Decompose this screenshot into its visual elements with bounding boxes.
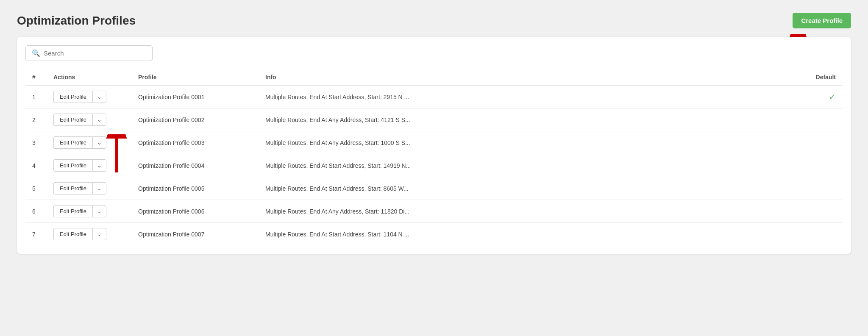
row-num: 5 xyxy=(25,177,47,200)
row-default: ✓ xyxy=(800,85,843,108)
table-row: 6 Edit Profile ⌄ Optimization Profile 00… xyxy=(25,200,843,223)
row-info: Multiple Routes, End At Start Address, S… xyxy=(259,85,800,108)
col-header-profile: Profile xyxy=(131,69,259,85)
profiles-table: # Actions Profile Info Default 1 Edit Pr… xyxy=(25,69,843,245)
row-profile: Optimization Profile 0002 xyxy=(131,108,259,131)
action-btn-group: Edit Profile ⌄ xyxy=(53,205,125,217)
edit-profile-button[interactable]: Edit Profile xyxy=(53,91,92,103)
row-default xyxy=(800,200,843,223)
dropdown-button[interactable]: ⌄ xyxy=(92,228,106,240)
row-actions: Edit Profile ⌄ xyxy=(47,108,131,131)
row-info: Multiple Routes, End At Any Address, Sta… xyxy=(259,131,800,154)
search-icon: 🔍 xyxy=(32,49,40,57)
table-row: 3 Edit Profile ⌄ Optimization Profile 00… xyxy=(25,131,843,154)
table-row: 2 Edit Profile ⌄ Optimization Profile 00… xyxy=(25,108,843,131)
table-row: 5 Edit Profile ⌄ Optimization Profile 00… xyxy=(25,177,843,200)
table-header-row: # Actions Profile Info Default xyxy=(25,69,843,85)
row-info: Multiple Routes, End At Any Address, Sta… xyxy=(259,200,800,223)
row-default xyxy=(800,131,843,154)
edit-profile-button[interactable]: Edit Profile xyxy=(53,228,92,240)
page-title: Optimization Profiles xyxy=(17,14,136,28)
col-header-info: Info xyxy=(259,69,800,85)
row-actions: Edit Profile ⌄ xyxy=(47,200,131,223)
edit-profile-button[interactable]: Edit Profile xyxy=(53,159,92,172)
dropdown-button[interactable]: ⌄ xyxy=(92,205,106,217)
create-profile-button[interactable]: Create Profile xyxy=(793,13,851,28)
edit-profile-button[interactable]: Edit Profile xyxy=(53,205,92,217)
row-default xyxy=(800,154,843,177)
row-profile: Optimization Profile 0004 xyxy=(131,154,259,177)
row-profile: Optimization Profile 0006 xyxy=(131,200,259,223)
table-row: 1 Edit Profile ⌄ Optimization Profile 00… xyxy=(25,85,843,108)
action-btn-group: Edit Profile ⌄ xyxy=(53,228,125,240)
content-card: 🔍 # Actions Profile Info Default 1 xyxy=(17,37,851,254)
row-info: Multiple Routes, End At Start Address, S… xyxy=(259,177,800,200)
row-actions: Edit Profile ⌄ xyxy=(47,131,131,154)
row-actions: Edit Profile ⌄ xyxy=(47,177,131,200)
col-header-default: Default xyxy=(800,69,843,85)
row-default xyxy=(800,223,843,246)
row-num: 2 xyxy=(25,108,47,131)
dropdown-button[interactable]: ⌄ xyxy=(92,136,106,149)
edit-profile-button[interactable]: Edit Profile xyxy=(53,182,92,194)
action-btn-group: Edit Profile ⌄ xyxy=(53,159,125,172)
row-num: 6 xyxy=(25,200,47,223)
row-default xyxy=(800,108,843,131)
col-header-actions: Actions xyxy=(47,69,131,85)
dropdown-button[interactable]: ⌄ xyxy=(92,159,106,172)
page-header: Optimization Profiles Create Profile xyxy=(17,13,851,28)
dropdown-button[interactable]: ⌄ xyxy=(92,182,106,194)
dropdown-button[interactable]: ⌄ xyxy=(92,114,106,126)
row-actions: Edit Profile ⌄ xyxy=(47,85,131,108)
row-profile: Optimization Profile 0003 xyxy=(131,131,259,154)
row-info: Multiple Routes, End At Any Address, Sta… xyxy=(259,108,800,131)
col-header-hash: # xyxy=(25,69,47,85)
edit-profile-button[interactable]: Edit Profile xyxy=(53,136,92,149)
row-info: Multiple Routes, End At Start Address, S… xyxy=(259,154,800,177)
row-num: 4 xyxy=(25,154,47,177)
default-check-icon: ✓ xyxy=(829,92,836,102)
row-profile: Optimization Profile 0007 xyxy=(131,223,259,246)
row-profile: Optimization Profile 0005 xyxy=(131,177,259,200)
table-row: 7 Edit Profile ⌄ Optimization Profile 00… xyxy=(25,223,843,246)
row-num: 1 xyxy=(25,85,47,108)
row-actions: Edit Profile ⌄ xyxy=(47,154,131,177)
row-num: 3 xyxy=(25,131,47,154)
dropdown-button[interactable]: ⌄ xyxy=(92,91,106,103)
row-num: 7 xyxy=(25,223,47,246)
action-btn-group: Edit Profile ⌄ xyxy=(53,182,125,194)
row-info: Multiple Routes, End At Start Address, S… xyxy=(259,223,800,246)
row-default xyxy=(800,177,843,200)
row-profile: Optimization Profile 0001 xyxy=(131,85,259,108)
search-bar: 🔍 xyxy=(25,45,153,61)
action-btn-group: Edit Profile ⌄ xyxy=(53,91,125,103)
row-actions: Edit Profile ⌄ xyxy=(47,223,131,246)
action-btn-group: Edit Profile ⌄ xyxy=(53,136,125,149)
search-input[interactable] xyxy=(44,50,146,57)
action-btn-group: Edit Profile ⌄ xyxy=(53,114,125,126)
edit-profile-button[interactable]: Edit Profile xyxy=(53,114,92,126)
table-row: 4 Edit Profile ⌄ Optimization Profile 00… xyxy=(25,154,843,177)
